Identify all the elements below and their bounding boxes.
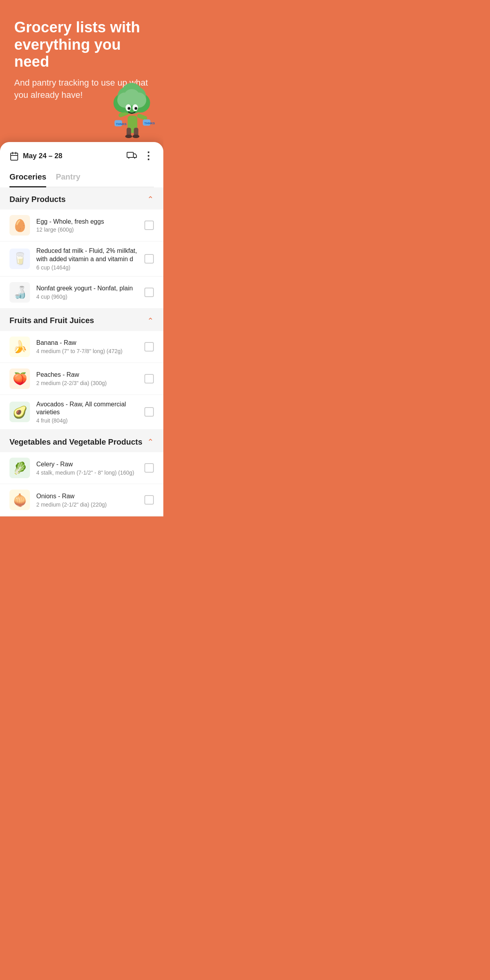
- item-info-milk: Reduced fat milk - Fluid, 2% milkfat, wi…: [36, 247, 138, 271]
- item-checkbox-milk[interactable]: [144, 254, 154, 264]
- item-qty-milk: 6 cup (1464g): [36, 264, 138, 271]
- item-name-milk: Reduced fat milk - Fluid, 2% milkfat, wi…: [36, 247, 138, 264]
- item-qty-banana: 4 medium (7" to 7-7/8" long) (472g): [36, 348, 138, 354]
- item-checkbox-avocado[interactable]: [144, 407, 154, 417]
- section-header-dairy[interactable]: Dairy Products ⌃: [0, 187, 163, 209]
- item-image-yogurt: 🍶: [9, 282, 30, 303]
- item-image-milk: 🥛: [9, 249, 30, 269]
- items-list-vegetables: 🥬 Celery - Raw 4 stalk, medium (7-1/2" -…: [0, 452, 163, 516]
- grocery-item-milk: 🥛 Reduced fat milk - Fluid, 2% milkfat, …: [0, 241, 163, 277]
- grocery-item-celery: 🥬 Celery - Raw 4 stalk, medium (7-1/2" -…: [0, 452, 163, 484]
- date-right: ⋮: [127, 150, 154, 162]
- tab-groceries[interactable]: Groceries: [9, 168, 46, 187]
- item-name-onion: Onions - Raw: [36, 492, 138, 501]
- hero-section: Grocery lists with everything you need A…: [0, 0, 163, 134]
- chevron-up-icon-dairy: ⌃: [147, 195, 154, 204]
- svg-rect-28: [127, 152, 133, 157]
- item-image-egg: 🥚: [9, 215, 30, 236]
- date-row: May 24 – 28 ⋮: [9, 150, 154, 162]
- svg-point-4: [133, 135, 140, 138]
- grocery-item-yogurt: 🍶 Nonfat greek yogurt - Nonfat, plain 4 …: [0, 277, 163, 308]
- chevron-up-icon-vegetables: ⌃: [147, 437, 154, 447]
- grocery-item-avocado: 🥑 Avocados - Raw, All commercial varieti…: [0, 395, 163, 430]
- item-image-celery: 🥬: [9, 458, 30, 478]
- section-fruits: Fruits and Fruit Juices ⌃ 🍌 Banana - Raw…: [0, 309, 163, 430]
- section-header-vegetables[interactable]: Vegetables and Vegetable Products ⌃: [0, 430, 163, 452]
- item-name-egg: Egg - Whole, fresh eggs: [36, 218, 138, 226]
- svg-point-19: [123, 89, 140, 106]
- item-info-yogurt: Nonfat greek yogurt - Nonfat, plain 4 cu…: [36, 284, 138, 300]
- section-vegetables: Vegetables and Vegetable Products ⌃ 🥬 Ce…: [0, 430, 163, 516]
- svg-point-22: [128, 107, 131, 110]
- item-qty-yogurt: 4 cup (960g): [36, 294, 138, 300]
- more-icon[interactable]: ⋮: [143, 150, 154, 162]
- item-image-onion: 🧅: [9, 490, 30, 510]
- item-name-avocado: Avocados - Raw, All commercial varieties: [36, 400, 138, 417]
- item-info-onion: Onions - Raw 2 medium (2-1/2" dia) (220g…: [36, 492, 138, 508]
- svg-point-3: [125, 135, 132, 138]
- svg-point-29: [128, 157, 129, 159]
- item-checkbox-onion[interactable]: [144, 495, 154, 505]
- item-info-avocado: Avocados - Raw, All commercial varieties…: [36, 400, 138, 424]
- section-dairy: Dairy Products ⌃ 🥚 Egg - Whole, fresh eg…: [0, 187, 163, 308]
- item-checkbox-celery[interactable]: [144, 463, 154, 473]
- grocery-item-onion: 🧅 Onions - Raw 2 medium (2-1/2" dia) (22…: [0, 484, 163, 516]
- item-info-egg: Egg - Whole, fresh eggs 12 large (600g): [36, 218, 138, 233]
- item-info-banana: Banana - Raw 4 medium (7" to 7-7/8" long…: [36, 339, 138, 354]
- item-image-peach: 🍑: [9, 368, 30, 389]
- svg-rect-24: [11, 153, 18, 160]
- item-checkbox-yogurt[interactable]: [144, 288, 154, 297]
- item-qty-egg: 12 large (600g): [36, 226, 138, 233]
- item-qty-peach: 2 medium (2-2/3" dia) (300g): [36, 380, 138, 386]
- mascot-container: THNKS THNKS: [100, 75, 163, 138]
- item-checkbox-banana[interactable]: [144, 342, 154, 352]
- section-title-fruits: Fruits and Fruit Juices: [9, 316, 94, 325]
- item-qty-celery: 4 stalk, medium (7-1/2" - 8" long) (160g…: [36, 469, 138, 476]
- item-image-banana: 🍌: [9, 337, 30, 357]
- item-qty-onion: 2 medium (2-1/2" dia) (220g): [36, 501, 138, 508]
- item-name-celery: Celery - Raw: [36, 460, 138, 469]
- section-header-fruits[interactable]: Fruits and Fruit Juices ⌃: [0, 309, 163, 331]
- item-info-celery: Celery - Raw 4 stalk, medium (7-1/2" - 8…: [36, 460, 138, 476]
- item-name-banana: Banana - Raw: [36, 339, 138, 347]
- tab-pantry[interactable]: Pantry: [56, 168, 80, 187]
- hero-title: Grocery lists with everything you need: [14, 19, 149, 71]
- tabs-container: Groceries Pantry: [9, 168, 154, 187]
- items-list-dairy: 🥚 Egg - Whole, fresh eggs 12 large (600g…: [0, 209, 163, 308]
- item-image-avocado: 🥑: [9, 402, 30, 422]
- svg-point-30: [134, 157, 135, 159]
- svg-text:THNKS: THNKS: [116, 122, 127, 126]
- item-name-peach: Peaches - Raw: [36, 371, 138, 379]
- items-list-fruits: 🍌 Banana - Raw 4 medium (7" to 7-7/8" lo…: [0, 331, 163, 430]
- calendar-icon: [9, 151, 19, 161]
- app-card: May 24 – 28 ⋮ Groceries Pantry: [0, 142, 163, 516]
- grocery-item-peach: 🍑 Peaches - Raw 2 medium (2-2/3" dia) (3…: [0, 363, 163, 395]
- card-header: May 24 – 28 ⋮ Groceries Pantry: [0, 142, 163, 187]
- svg-point-23: [135, 107, 137, 110]
- truck-icon[interactable]: [127, 151, 137, 161]
- date-left: May 24 – 28: [9, 151, 62, 161]
- svg-text:THNKS: THNKS: [144, 122, 155, 125]
- item-name-yogurt: Nonfat greek yogurt - Nonfat, plain: [36, 284, 138, 293]
- item-qty-avocado: 4 fruit (804g): [36, 417, 138, 424]
- section-title-dairy: Dairy Products: [9, 195, 65, 204]
- chevron-up-icon-fruits: ⌃: [147, 316, 154, 325]
- item-checkbox-egg[interactable]: [144, 221, 154, 230]
- date-text: May 24 – 28: [23, 152, 62, 160]
- item-info-peach: Peaches - Raw 2 medium (2-2/3" dia) (300…: [36, 371, 138, 386]
- broccoli-mascot: THNKS THNKS: [104, 83, 159, 138]
- section-title-vegetables: Vegetables and Vegetable Products: [9, 438, 142, 447]
- grocery-item-banana: 🍌 Banana - Raw 4 medium (7" to 7-7/8" lo…: [0, 331, 163, 363]
- grocery-item-egg: 🥚 Egg - Whole, fresh eggs 12 large (600g…: [0, 209, 163, 241]
- sections-container: Dairy Products ⌃ 🥚 Egg - Whole, fresh eg…: [0, 187, 163, 516]
- item-checkbox-peach[interactable]: [144, 374, 154, 383]
